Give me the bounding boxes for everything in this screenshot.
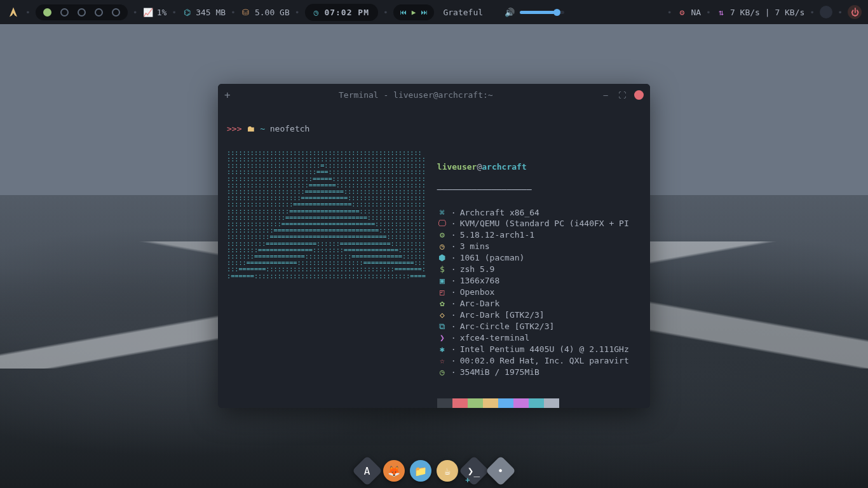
terminal-titlebar[interactable]: + Terminal - liveuser@archcraft:~ — ⛶ xyxy=(218,84,650,107)
info-value: Arc-Dark xyxy=(460,298,500,309)
system-info: liveuser@archcraft ─────────────────── ⌘… xyxy=(437,150,629,408)
neofetch-output: ::::::::::::::::::::::::::::::::::::::::… xyxy=(227,150,641,408)
dock-app-files[interactable]: 📁 xyxy=(410,460,431,482)
close-button[interactable] xyxy=(634,90,644,100)
tray-icon[interactable] xyxy=(820,6,832,18)
clock-value: 07:02 PM xyxy=(324,8,369,17)
window-title: Terminal - liveuser@archcraft:~ xyxy=(231,90,601,100)
gear-icon: ⚙ xyxy=(677,7,687,17)
color-swatch xyxy=(483,398,498,409)
info-value: Archcraft x86_64 xyxy=(460,207,539,219)
disk-icon: ⛁ xyxy=(241,7,251,17)
info-value: KVM/QEMU (Standard PC (i440FX + PI xyxy=(460,218,629,229)
info-row: ▣·868x488 xyxy=(437,275,629,287)
memory-icon: ⌬ xyxy=(182,7,192,17)
prev-track-button[interactable]: ⏮ xyxy=(400,8,407,17)
next-track-button[interactable]: ⏭ xyxy=(421,8,428,17)
separator: • xyxy=(25,8,31,17)
dock-app-editor[interactable]: ☕ xyxy=(437,460,458,482)
info-icon: ◰ xyxy=(437,287,447,298)
workspace-4[interactable] xyxy=(95,8,103,17)
workspace-5[interactable] xyxy=(112,8,120,17)
media-controls: ⏮ ▶ ⏭ xyxy=(393,4,435,20)
dock-app-terminal[interactable]: ❯_+ xyxy=(459,456,489,486)
cpu-value: 1% xyxy=(157,8,167,17)
info-value: xfce4-terminal xyxy=(460,332,530,344)
workspace-switcher[interactable] xyxy=(36,4,128,20)
power-button[interactable]: ⏻ xyxy=(848,5,862,19)
clock-widget[interactable]: ◷ 07:02 PM xyxy=(305,4,378,21)
info-icon: ◷ xyxy=(437,241,447,252)
prompt-line: >>> 🖿 ~ neofetch xyxy=(227,123,641,135)
info-icon: ◷ xyxy=(437,367,447,378)
dock-app-settings[interactable]: • xyxy=(485,456,516,486)
color-swatch xyxy=(468,398,483,409)
firefox-icon: 🦊 xyxy=(388,465,400,477)
info-icon: ⬢ xyxy=(437,252,447,264)
info-row: ◰·Openbox xyxy=(437,287,629,298)
info-value: Openbox xyxy=(460,287,495,298)
cpu-widget[interactable]: 📈 1% xyxy=(143,7,167,17)
color-swatch xyxy=(498,398,513,409)
separator: • xyxy=(133,8,138,17)
workspace-1[interactable] xyxy=(43,8,51,17)
color-swatch xyxy=(452,398,468,409)
info-icon: ☆ xyxy=(437,355,447,367)
files-icon: 📁 xyxy=(414,465,427,477)
ram-widget[interactable]: ⌬ 345 MB xyxy=(182,7,226,17)
info-row: ⌘·Archcraft x86_64 xyxy=(437,207,629,219)
color-palette xyxy=(437,398,559,409)
clock-icon: ◷ xyxy=(314,8,320,17)
ram-value: 345 MB xyxy=(196,8,226,17)
dock-app-launcher[interactable]: A xyxy=(352,456,383,486)
info-row: ✿·Arc-Dark xyxy=(437,298,629,309)
info-row: 🖵·KVM/QEMU (Standard PC (i440FX + PI xyxy=(437,218,629,229)
info-icon: ⧉ xyxy=(437,321,447,332)
updates-widget[interactable]: ⚙ NA xyxy=(677,7,701,17)
workspace-2[interactable] xyxy=(60,8,69,17)
info-row: ❯·xfce4-terminal xyxy=(437,332,629,344)
disk-widget[interactable]: ⛁ 5.00 GB xyxy=(241,7,290,17)
separator: • xyxy=(295,8,300,17)
network-value: 7 KB/s | 7 KB/s xyxy=(730,8,804,17)
hostname: archcraft xyxy=(482,162,526,172)
info-value: 5.18.12-arch1-1 xyxy=(460,229,534,241)
info-row: ✱·Intel Pentium 4405U (4) @ 2.111GHz xyxy=(437,344,629,355)
info-icon: ⚙ xyxy=(437,229,447,241)
editor-icon: ☕ xyxy=(444,465,451,477)
volume-slider[interactable] xyxy=(520,11,564,14)
terminal-body[interactable]: >>> 🖿 ~ neofetch :::::::::::::::::::::::… xyxy=(218,107,650,408)
launcher-icon: A xyxy=(364,464,370,477)
dock[interactable]: A🦊📁☕❯_+• xyxy=(353,458,515,484)
separator: • xyxy=(837,8,843,17)
info-row: ◷·3 mins xyxy=(437,241,629,252)
song-title: Grateful xyxy=(443,8,483,17)
arch-logo-icon[interactable] xyxy=(6,5,20,19)
info-icon: 🖵 xyxy=(437,218,447,229)
terminal-window[interactable]: + Terminal - liveuser@archcraft:~ — ⛶ >>… xyxy=(218,84,650,408)
separator: • xyxy=(810,8,815,17)
top-bar: • • 📈 1% • ⌬ 345 MB • ⛁ 5.00 GB • ◷ 07:0… xyxy=(0,0,868,24)
workspace-3[interactable] xyxy=(78,8,86,17)
info-row: ☆·00:02.0 Red Hat, Inc. QXL paravirt xyxy=(437,355,629,367)
play-button[interactable]: ▶ xyxy=(412,8,416,17)
chart-icon: 📈 xyxy=(143,7,153,17)
new-tab-button[interactable]: + xyxy=(224,89,231,101)
info-icon: ✱ xyxy=(437,344,447,355)
command-text: neofetch xyxy=(270,124,310,133)
underline: ─────────────────── xyxy=(437,184,629,196)
dock-app-firefox[interactable]: 🦊 xyxy=(383,460,405,482)
folder-icon: 🖿 xyxy=(247,124,255,133)
info-icon: ✿ xyxy=(437,298,447,309)
info-value: 354MiB / 1975MiB xyxy=(460,367,539,378)
info-row: ⧉·Arc-Circle [GTK2/3] xyxy=(437,321,629,332)
network-icon: ⇅ xyxy=(716,7,726,17)
info-row: ⚙·5.18.12-arch1-1 xyxy=(437,229,629,241)
info-value: 868x488 xyxy=(460,275,500,287)
minimize-button[interactable]: — xyxy=(601,91,610,100)
maximize-button[interactable]: ⛶ xyxy=(618,91,627,100)
volume-widget[interactable]: 🔊 xyxy=(505,8,564,17)
network-widget[interactable]: ⇅ 7 KB/s | 7 KB/s xyxy=(716,7,804,17)
color-swatch xyxy=(544,398,559,409)
ascii-logo: ::::::::::::::::::::::::::::::::::::::::… xyxy=(227,150,426,408)
